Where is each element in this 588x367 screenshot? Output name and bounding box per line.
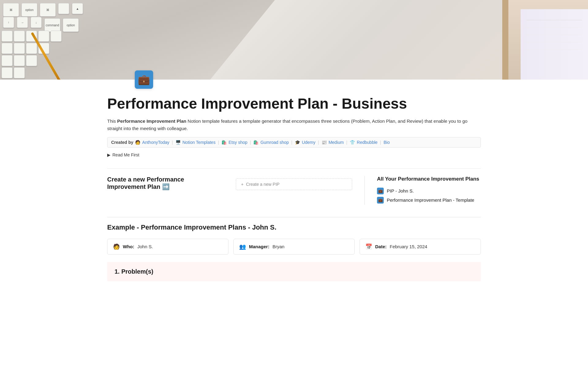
key-decoration: command — [44, 18, 60, 32]
key-decoration: ⌘ — [40, 3, 56, 17]
example-heading: Example - Performance Improvement Plans … — [107, 223, 481, 231]
info-cards: 🧑 Who: John S. 👥 Manager: Bryan 📅 Date: … — [107, 239, 481, 255]
key-decoration: option — [63, 18, 79, 32]
created-by-label: Created by — [111, 140, 133, 145]
redbubble-link[interactable]: Redbubble — [357, 140, 378, 145]
who-value: John S. — [137, 244, 153, 249]
manager-icon: 👥 — [239, 243, 246, 250]
key-decoration — [38, 31, 49, 42]
separator: | — [250, 140, 251, 145]
pip-item-icon: 💼 — [377, 197, 384, 204]
author-emoji: 🧑 — [135, 140, 140, 145]
create-section-left: Create a new Performance Improvement Pla… — [107, 176, 224, 195]
separator: | — [346, 140, 347, 145]
key-decoration — [26, 43, 37, 54]
read-me-toggle[interactable]: ▶ Read Me First — [107, 151, 481, 159]
pip-list-item[interactable]: 💼 PIP - John S. — [377, 186, 481, 196]
description-bold: Performance Improvement Plan — [117, 118, 187, 124]
key-decoration — [51, 31, 62, 42]
bio-link[interactable]: Bio — [383, 140, 390, 145]
hero-banner: ⌘ option ↑ → ↓ ⌘ ▲ command option — [0, 0, 588, 80]
create-pip-button[interactable]: + Create a new PIP — [236, 178, 352, 190]
pip-section: Create a new Performance Improvement Pla… — [107, 176, 481, 205]
who-card: 🧑 Who: John S. — [107, 239, 228, 255]
page-icon — [135, 70, 153, 89]
key-decoration — [2, 67, 13, 78]
key-decoration — [58, 3, 69, 14]
create-pip-label: Create a new PIP — [246, 182, 280, 187]
create-section-heading: Create a new Performance Improvement Pla… — [107, 176, 224, 190]
pip-item-label: PIP - John S. — [387, 188, 414, 193]
medium-icon: 📰 — [322, 140, 327, 145]
key-decoration — [2, 55, 13, 66]
manager-label: Manager: — [249, 244, 270, 249]
gumroad-icon: 🛍️ — [253, 140, 258, 145]
problem-section: 1. Problem(s) — [107, 262, 481, 281]
date-label: Date: — [375, 244, 387, 249]
manager-card: 👥 Manager: Bryan — [233, 239, 355, 255]
page-description: This Performance Improvement Plan Notion… — [107, 118, 481, 132]
key-decoration: → — [17, 17, 28, 28]
notebook-inner — [521, 9, 588, 80]
triangle-icon: ▶ — [107, 152, 111, 157]
key-decoration: option — [21, 3, 37, 17]
etsy-shop-link[interactable]: Etsy shop — [228, 140, 247, 145]
all-pips-heading: All Your Performance Improvement Plans — [377, 176, 481, 182]
date-value: February 15, 2024 — [390, 244, 428, 249]
key-decoration — [14, 55, 25, 66]
udemy-icon: 🎓 — [295, 140, 300, 145]
key-decoration — [14, 67, 25, 78]
notebook-decoration — [502, 0, 588, 80]
etsy-icon: 🛍️ — [221, 140, 227, 145]
date-card: 📅 Date: February 15, 2024 — [360, 239, 481, 255]
separator: | — [172, 140, 173, 145]
notion-templates-link[interactable]: Notion Templates — [183, 140, 216, 145]
main-divider — [107, 168, 481, 169]
who-label: Who: — [123, 244, 134, 249]
medium-link[interactable]: Medium — [329, 140, 344, 145]
key-decoration: ↑ — [3, 17, 14, 28]
create-section-middle: + Create a new PIP — [236, 176, 352, 190]
key-decoration — [14, 31, 25, 42]
main-content: Performance Improvement Plan - Business … — [80, 70, 508, 300]
separator: | — [218, 140, 219, 145]
plus-icon: + — [241, 182, 243, 187]
manager-value: Bryan — [273, 244, 285, 249]
key-decoration: ↓ — [31, 17, 42, 28]
created-by-bar: Created by 🧑 AnthonyToday | 🖥️ Notion Te… — [107, 137, 481, 148]
key-decoration — [14, 43, 25, 54]
separator: | — [291, 140, 292, 145]
key-decoration — [26, 55, 37, 66]
date-icon: 📅 — [365, 243, 372, 250]
description-prefix: This — [107, 118, 117, 124]
all-pips-panel: All Your Performance Improvement Plans 💼… — [364, 176, 481, 205]
gumroad-shop-link[interactable]: Gumroad shop — [260, 140, 289, 145]
notion-icon: 🖥️ — [175, 140, 181, 145]
key-decoration — [2, 31, 13, 42]
problem-heading: 1. Problem(s) — [115, 268, 473, 275]
pip-item-icon: 💼 — [377, 188, 384, 194]
key-decoration: ▲ — [72, 3, 83, 14]
key-decoration: ⌘ — [3, 3, 19, 17]
separator: | — [380, 140, 381, 145]
separator: | — [318, 140, 319, 145]
key-decoration — [2, 43, 13, 54]
author-link[interactable]: AnthonyToday — [142, 140, 169, 145]
who-icon: 🧑 — [113, 243, 120, 250]
redbubble-icon: 👕 — [350, 140, 355, 145]
page-title: Performance Improvement Plan - Business — [107, 95, 481, 113]
example-section: Example - Performance Improvement Plans … — [107, 217, 481, 231]
read-me-label: Read Me First — [112, 152, 139, 157]
udemy-link[interactable]: Udemy — [302, 140, 315, 145]
pip-list-item[interactable]: 💼 Performance Improvement Plan - Templat… — [377, 196, 481, 205]
pip-template-label: Performance Improvement Plan - Template — [387, 197, 474, 203]
